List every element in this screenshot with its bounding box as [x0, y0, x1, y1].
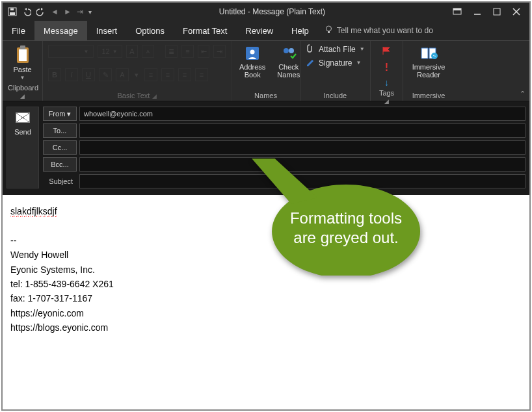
chevron-down-icon: ▼ — [20, 75, 25, 81]
paste-button[interactable]: Paste ▼ — [8, 44, 37, 82]
flag-icon[interactable] — [382, 46, 392, 58]
next-icon[interactable]: ► — [64, 7, 72, 16]
address-book-label: Address Book — [239, 63, 265, 79]
paperclip-icon — [306, 44, 315, 55]
undo-icon[interactable] — [22, 7, 31, 16]
tab-file[interactable]: File — [3, 21, 34, 40]
chevron-down-icon: ▼ — [356, 60, 361, 66]
dialog-launcher-icon[interactable]: ◢ — [384, 98, 389, 105]
font-color-icon[interactable]: A — [116, 68, 129, 81]
tell-me[interactable]: Tell me what you want to do — [318, 21, 433, 40]
svg-rect-2 — [10, 8, 14, 10]
ribbon-display-icon[interactable] — [453, 8, 462, 16]
group-names-label: Names — [237, 90, 295, 99]
dialog-launcher-icon[interactable]: ◢ — [152, 93, 157, 99]
chevron-down-icon[interactable]: ▾ — [133, 68, 140, 81]
tab-insert[interactable]: Insert — [87, 21, 127, 40]
numbering-icon[interactable]: ≡ — [181, 45, 194, 58]
highlight-icon[interactable]: ✎ — [99, 68, 112, 81]
tab-format-text[interactable]: Format Text — [174, 21, 236, 40]
align-center-icon[interactable]: ≡ — [161, 68, 174, 81]
font-size-select[interactable]: 12▼ — [98, 45, 122, 58]
group-immersive-label: Immersive — [408, 90, 449, 99]
italic-icon[interactable]: I — [65, 68, 78, 81]
attach-label: Attach File — [319, 45, 356, 54]
from-value: whowell@eyonic.com — [79, 107, 525, 121]
svg-point-16 — [284, 48, 289, 53]
window-title: Untitled - Message (Plain Text) — [92, 7, 453, 16]
close-icon[interactable] — [512, 8, 520, 16]
font-name-select[interactable]: ▼ — [48, 45, 94, 58]
bullets-icon[interactable]: ≣ — [165, 45, 178, 58]
underline-icon[interactable]: U — [82, 68, 95, 81]
maximize-icon[interactable] — [493, 8, 501, 16]
from-button[interactable]: From ▾ — [43, 107, 77, 121]
high-importance-icon[interactable]: ! — [385, 62, 388, 73]
align-right-icon[interactable]: ≡ — [178, 68, 191, 81]
immersive-reader-button[interactable]: Immersive Reader — [408, 44, 449, 80]
bcc-button[interactable]: Bcc... — [43, 157, 77, 172]
sig-tel: tel: 1-855-439-6642 X261 — [10, 277, 522, 291]
grow-font-icon[interactable]: A — [126, 45, 139, 58]
ribbon-tabs: File Message Insert Options Format Text … — [3, 21, 529, 40]
clipboard-icon — [14, 45, 31, 64]
sig-url1: https://eyonic.com — [10, 306, 522, 320]
tab-message[interactable]: Message — [34, 21, 87, 40]
tab-review[interactable]: Review — [236, 21, 282, 40]
typed-text: slakdfjlksdjf — [10, 206, 57, 217]
svg-point-9 — [326, 26, 331, 31]
svg-rect-10 — [328, 31, 330, 33]
attach-file-button[interactable]: Attach File ▼ — [306, 44, 365, 55]
to-input[interactable] — [79, 123, 525, 138]
address-book-button[interactable]: Address Book — [237, 44, 268, 80]
redo-icon[interactable] — [36, 7, 46, 16]
bold-icon[interactable]: B — [48, 68, 61, 81]
indent-icon[interactable]: ⇥ — [213, 45, 226, 58]
sig-url2: https://blogs.eyonic.com — [10, 320, 522, 335]
sig-company: Eyonic Systems, Inc. — [10, 263, 522, 277]
ribbon: Paste ▼ Clipboard ◢ ▼ 12▼ A A ≣ ≡ ⇤ ⇥ B … — [3, 40, 529, 101]
sig-fax: fax: 1-707-317-1167 — [10, 291, 522, 305]
message-body[interactable]: slakdfjlksdjf -- Wendy Howell Eyonic Sys… — [3, 195, 529, 409]
title-bar: ◄ ► ⇥ ▾ Untitled - Message (Plain Text) — [3, 3, 529, 21]
cc-button[interactable]: Cc... — [43, 140, 77, 155]
svg-point-17 — [289, 48, 294, 53]
low-importance-icon[interactable]: ↓ — [384, 77, 389, 88]
send-button[interactable]: Send — [7, 107, 39, 188]
group-names: Address Book Check Names Names — [232, 41, 300, 101]
envelope-icon — [16, 112, 30, 123]
tab-options[interactable]: Options — [126, 21, 174, 40]
to-button[interactable]: To... — [43, 123, 77, 138]
group-basic-text-label: Basic Text ◢ — [48, 90, 226, 99]
send-label: Send — [14, 128, 31, 136]
cc-input[interactable] — [79, 140, 525, 155]
signature-button[interactable]: Signature ▼ — [306, 57, 365, 68]
align-left-icon[interactable]: ≡ — [144, 68, 157, 81]
subject-input[interactable] — [79, 174, 525, 188]
dialog-launcher-icon[interactable]: ◢ — [20, 93, 25, 99]
group-tags: ! ↓ Tags ◢ — [371, 41, 403, 101]
prev-icon[interactable]: ◄ — [51, 7, 59, 16]
check-names-button[interactable]: Check Names — [274, 44, 302, 80]
outdent-icon[interactable]: ⇤ — [198, 45, 210, 58]
group-include: Attach File ▼ Signature ▼ Include — [300, 41, 371, 101]
lightbulb-icon — [325, 25, 333, 36]
tell-me-label: Tell me what you want to do — [337, 26, 433, 35]
check-names-label: Check Names — [277, 63, 300, 79]
save-icon[interactable] — [8, 7, 17, 16]
bcc-input[interactable] — [79, 157, 525, 172]
pen-icon — [306, 57, 315, 68]
subject-label: Subject — [43, 177, 77, 185]
group-clipboard-label: Clipboard ◢ — [8, 83, 37, 99]
forward-icon[interactable]: ⇥ — [77, 7, 83, 16]
sig-name: Wendy Howell — [10, 248, 522, 262]
shrink-font-icon[interactable]: A — [142, 45, 154, 58]
align-justify-icon[interactable]: ≡ — [195, 68, 208, 81]
group-tags-label: Tags ◢ — [376, 88, 397, 105]
svg-point-15 — [250, 50, 255, 55]
svg-rect-4 — [453, 8, 461, 10]
svg-rect-12 — [19, 49, 27, 61]
tab-help[interactable]: Help — [282, 21, 318, 40]
collapse-ribbon-icon[interactable]: ⌃ — [520, 90, 525, 98]
minimize-icon[interactable] — [473, 8, 481, 16]
